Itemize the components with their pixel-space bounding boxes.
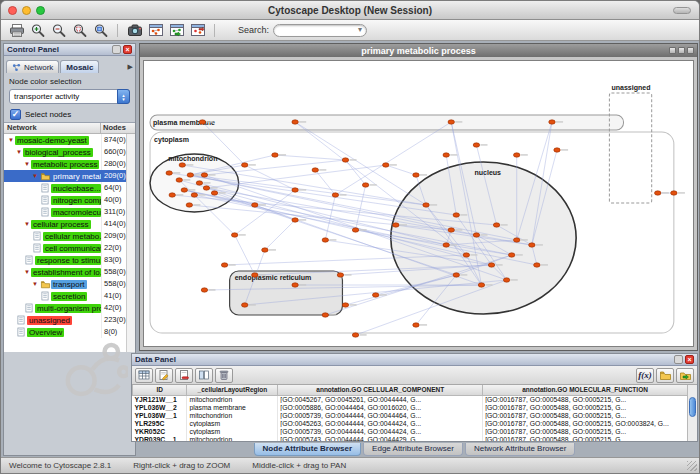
minimize-window-button[interactable]: [22, 6, 31, 15]
network-node[interactable]: [549, 120, 555, 124]
table-scrollbar[interactable]: [687, 385, 697, 441]
network-node[interactable]: [534, 263, 540, 267]
zoom-in-button[interactable]: [28, 22, 47, 39]
tab-network[interactable]: Network: [6, 60, 59, 73]
tree-scrollbar[interactable]: [126, 134, 135, 352]
tree-header-nodes[interactable]: Nodes: [101, 123, 135, 133]
network-node[interactable]: [529, 243, 535, 247]
tree-item[interactable]: cellular metabo...209(0): [4, 230, 135, 242]
network-node[interactable]: [372, 293, 378, 297]
network-node[interactable]: [453, 273, 459, 277]
network-node[interactable]: [231, 233, 237, 237]
frame-close-icon[interactable]: [687, 47, 694, 54]
network-node[interactable]: [242, 303, 248, 307]
column-header[interactable]: _cellularLayoutRegion: [187, 385, 278, 395]
column-header[interactable]: annotation.GO CELLULAR_COMPONENT: [278, 385, 483, 395]
network-node[interactable]: [448, 228, 454, 232]
network-node[interactable]: [181, 188, 187, 192]
tree-item[interactable]: nitrogen compo...40(0): [4, 194, 135, 206]
network-node[interactable]: [292, 283, 298, 287]
tree-item[interactable]: ▼biological_process660(0): [4, 146, 135, 158]
network-node[interactable]: [342, 303, 348, 307]
network-node[interactable]: [262, 248, 268, 252]
titlebar-pill-button[interactable]: [673, 7, 691, 14]
network-edge[interactable]: [235, 190, 295, 235]
network-node[interactable]: [503, 278, 509, 282]
network-node[interactable]: [478, 283, 484, 287]
select-all-attributes-button[interactable]: [195, 368, 213, 383]
tree-item[interactable]: ▼transport558(0): [4, 278, 135, 290]
table-row[interactable]: YLR295Ccytoplasm[GO:0045263, GO:0044444,…: [133, 419, 688, 427]
network-node[interactable]: [201, 173, 207, 177]
network-node[interactable]: [513, 153, 519, 157]
network-node[interactable]: [179, 163, 185, 167]
tree-header-network[interactable]: Network: [4, 123, 101, 133]
tab-node-attribute-browser[interactable]: Node Attribute Browser: [254, 443, 362, 456]
open-folder-button[interactable]: [656, 368, 674, 383]
select-nodes-checkbox[interactable]: [10, 109, 21, 120]
print-button[interactable]: [7, 22, 26, 39]
tab-edge-attribute-browser[interactable]: Edge Attribute Browser: [363, 443, 463, 456]
table-row[interactable]: YJR121W__1mitochondrion[GO:0045267, GO:0…: [133, 395, 688, 403]
tree-item[interactable]: secretion41(0): [4, 290, 135, 302]
snapshot-button[interactable]: [125, 22, 144, 39]
network-node[interactable]: [443, 243, 449, 247]
network-node[interactable]: [199, 120, 205, 124]
delete-selected-button[interactable]: [215, 368, 233, 383]
network-node[interactable]: [196, 181, 202, 185]
network-node[interactable]: [443, 153, 449, 157]
zoom-out-button[interactable]: [49, 22, 68, 39]
tree-item[interactable]: unassigned223(0): [4, 314, 135, 326]
select-attributes-button[interactable]: [135, 368, 153, 383]
network-edge[interactable]: [386, 165, 416, 175]
tree-item[interactable]: cell communicat...22(0): [4, 242, 135, 254]
tab-network-attribute-browser[interactable]: Network Attribute Browser: [465, 443, 575, 456]
tree-expand-arrow-icon[interactable]: ▼: [23, 221, 31, 227]
frame-minimize-icon[interactable]: [669, 47, 676, 54]
tab-mosaic[interactable]: Mosaic: [60, 60, 99, 73]
network-node[interactable]: [186, 203, 192, 207]
network-node[interactable]: [252, 273, 258, 277]
tree-item[interactable]: ▼primary metabo...209(0): [4, 170, 135, 182]
tab-scroll-arrow-icon[interactable]: ▶: [128, 63, 133, 71]
network-node[interactable]: [493, 223, 499, 227]
new-attribute-button[interactable]: [155, 368, 173, 383]
tree-item[interactable]: response to stimu...83(0): [4, 254, 135, 266]
table-row[interactable]: YKR052Ccytoplasm[GO:0005739, GO:0044444,…: [133, 427, 688, 435]
table-scrollbar-thumb[interactable]: [689, 397, 696, 417]
network-node[interactable]: [383, 163, 389, 167]
zoom-selected-region-button[interactable]: [70, 22, 89, 39]
network-node[interactable]: [413, 173, 419, 177]
tree-expand-arrow-icon[interactable]: ▼: [23, 269, 31, 275]
network-node[interactable]: [292, 120, 298, 124]
network-node[interactable]: [312, 168, 318, 172]
delete-attribute-button[interactable]: [175, 368, 193, 383]
network-node[interactable]: [342, 158, 348, 162]
function-builder-button[interactable]: f(x): [636, 368, 654, 383]
table-row[interactable]: YDR039C__1mitochondrion[GO:0005743, GO:0…: [133, 435, 688, 441]
tree-expand-arrow-icon[interactable]: ▼: [23, 161, 31, 167]
compartment-mitochondrion[interactable]: [150, 154, 239, 212]
network-edge[interactable]: [265, 220, 295, 250]
search-input[interactable]: [273, 24, 367, 37]
network-node[interactable]: [166, 171, 172, 175]
tree-item[interactable]: multi-organism pro...42(0): [4, 302, 135, 314]
window-titlebar[interactable]: Cytoscape Desktop (New Session): [1, 1, 699, 20]
network-node[interactable]: [488, 263, 494, 267]
node-color-select[interactable]: transporter activity: [9, 89, 130, 104]
network-node[interactable]: [332, 193, 338, 197]
network-node[interactable]: [292, 188, 298, 192]
network-node[interactable]: [272, 153, 278, 157]
tree-item[interactable]: nucleobase...64(0): [4, 182, 135, 194]
network-node[interactable]: [242, 163, 248, 167]
control-panel-header[interactable]: Control Panel ×: [4, 44, 135, 56]
network-node[interactable]: [508, 253, 514, 257]
table-row[interactable]: YPL036W__2plasma membrane[GO:0005886, GO…: [133, 403, 688, 411]
network-node[interactable]: [201, 288, 207, 292]
float-panel-icon[interactable]: [674, 355, 683, 364]
network-node[interactable]: [473, 233, 479, 237]
network-node[interactable]: [292, 218, 298, 222]
tree-expand-arrow-icon[interactable]: ▼: [31, 281, 39, 287]
network-node[interactable]: [352, 333, 358, 337]
network-canvas[interactable]: plasma membranecytoplasmmitochondrionnuc…: [143, 60, 694, 347]
